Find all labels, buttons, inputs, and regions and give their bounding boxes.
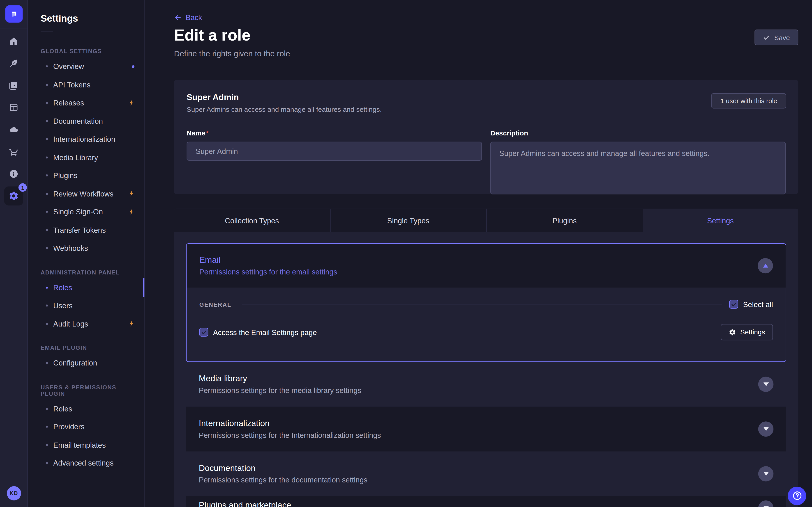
sidebar-item-single-sign-on[interactable]: Single Sign-On: [28, 203, 145, 221]
flash-icon: [128, 209, 135, 215]
sidebar-item-plugins[interactable]: Plugins: [28, 167, 145, 185]
tab-collection-types[interactable]: Collection Types: [174, 209, 330, 232]
check-icon: [763, 34, 770, 41]
notification-badge: 1: [18, 183, 27, 192]
sidebar-item-webhooks[interactable]: Webhooks: [28, 239, 145, 257]
flash-icon: [128, 209, 135, 215]
sidebar-item-audit-logs[interactable]: Audit Logs: [28, 315, 145, 333]
name-field-group: Name*: [187, 128, 482, 196]
collapse-accordion-button[interactable]: [758, 258, 773, 273]
access-email-settings-checkbox[interactable]: [199, 328, 208, 337]
home-icon[interactable]: [0, 30, 28, 52]
sidebar-item-label: Audit Logs: [53, 320, 88, 328]
role-description-text: Super Admins can access and manage all f…: [187, 105, 786, 113]
back-link[interactable]: Back: [174, 13, 202, 21]
sidebar-title-divider: [41, 32, 53, 32]
back-arrow-icon: [174, 13, 182, 21]
sidebar-item-roles[interactable]: Roles: [28, 278, 145, 296]
email-accordion-header[interactable]: Email Permissions settings for the email…: [187, 244, 786, 287]
sidebar-item-transfer-tokens[interactable]: Transfer Tokens: [28, 221, 145, 239]
expand-accordion-button[interactable]: [758, 466, 774, 482]
avatar[interactable]: KD: [6, 486, 21, 500]
tab-label: Collection Types: [225, 216, 279, 225]
permissions-accordion-documentation[interactable]: DocumentationPermissions settings for th…: [186, 451, 786, 496]
help-button[interactable]: [788, 487, 806, 505]
bullet-dot-icon: [46, 120, 48, 122]
expand-accordion-button[interactable]: [758, 377, 774, 392]
bullet-dot-icon: [46, 408, 48, 410]
sidebar-item-review-workflows[interactable]: Review Workflows: [28, 184, 145, 203]
check-icon: [201, 329, 207, 335]
page-subtitle: Define the rights given to the role: [174, 49, 290, 58]
sidebar-item-email-templates[interactable]: Email templates: [28, 436, 145, 454]
permissions-accordion-plugins-and-marketplace[interactable]: Plugins and marketplace: [186, 496, 786, 507]
access-email-settings-label[interactable]: Access the Email Settings page: [213, 328, 317, 336]
tab-single-types[interactable]: Single Types: [330, 209, 486, 232]
content-type-builder-icon[interactable]: [0, 97, 28, 118]
select-all-checkbox[interactable]: [729, 300, 738, 309]
expand-accordion-button[interactable]: [758, 501, 774, 507]
sidebar-item-configuration[interactable]: Configuration: [28, 354, 145, 372]
expand-accordion-button[interactable]: [758, 421, 774, 437]
sidebar-item-internationalization[interactable]: Internationalization: [28, 130, 145, 148]
name-field-label: Name*: [187, 129, 209, 137]
tab-label: Single Types: [387, 216, 429, 225]
sidebar-section-label: USERS & PERMISSIONS PLUGIN: [41, 384, 132, 396]
strapi-admin-app: 1 KD Settings GLOBAL SETTINGSOverviewAPI…: [0, 0, 812, 507]
strapi-logo[interactable]: [5, 5, 22, 22]
sidebar-item-label: Configuration: [53, 359, 97, 367]
sidebar-item-providers[interactable]: Providers: [28, 418, 145, 436]
tab-settings[interactable]: Settings: [642, 209, 798, 232]
email-settings-button-label: Settings: [740, 328, 765, 336]
save-button[interactable]: Save: [755, 30, 798, 45]
sidebar-item-label: Review Workflows: [53, 189, 113, 198]
sidebar-section-label: ADMINISTRATION PANEL: [41, 269, 132, 275]
description-field-group: Description Super Admins can access and …: [490, 128, 785, 196]
group-divider-line: [242, 304, 722, 304]
users-with-role-button[interactable]: 1 user with this role: [711, 93, 786, 109]
media-library-icon[interactable]: [0, 74, 28, 97]
active-nav-highlight: 1: [4, 186, 23, 206]
bullet-dot-icon: [46, 305, 48, 307]
permissions-accordion-media-library[interactable]: Media libraryPermissions settings for th…: [186, 362, 786, 407]
sidebar-item-documentation[interactable]: Documentation: [28, 112, 145, 130]
settings-sidebar: Settings GLOBAL SETTINGSOverviewAPI Toke…: [28, 0, 145, 507]
sidebar-item-label: Users: [53, 301, 72, 310]
sidebar-item-roles[interactable]: Roles: [28, 399, 145, 418]
sidebar-item-advanced-settings[interactable]: Advanced settings: [28, 454, 145, 472]
tab-plugins[interactable]: Plugins: [486, 209, 642, 232]
deploy-cloud-icon[interactable]: [0, 118, 28, 140]
sidebar-item-label: Webhooks: [53, 244, 88, 252]
description-textarea[interactable]: Super Admins can access and manage all f…: [490, 142, 785, 194]
sidebar-item-label: Single Sign-On: [53, 208, 103, 216]
flash-icon: [128, 190, 135, 197]
sidebar-item-media-library[interactable]: Media Library: [28, 148, 145, 167]
sidebar-item-api-tokens[interactable]: API Tokens: [28, 75, 145, 94]
chevron-down-icon: [763, 427, 768, 431]
select-all-label[interactable]: Select all: [743, 300, 773, 308]
email-settings-button[interactable]: Settings: [721, 324, 773, 340]
flash-icon: [128, 190, 135, 197]
sidebar-item-users[interactable]: Users: [28, 296, 145, 315]
chevron-down-icon: [763, 472, 768, 476]
sidebar-item-releases[interactable]: Releases: [28, 94, 145, 112]
settings-icon[interactable]: 1: [0, 185, 28, 207]
sidebar-item-label: Transfer Tokens: [53, 226, 106, 234]
name-input[interactable]: [187, 142, 482, 161]
content-manager-icon[interactable]: [0, 52, 28, 74]
accordion-title: Plugins and marketplace: [199, 501, 291, 507]
email-accordion-title: Email: [199, 256, 337, 265]
permissions-accordion-internationalization[interactable]: InternationalizationPermissions settings…: [186, 407, 786, 452]
role-info-card: Super Admin Super Admins can access and …: [174, 80, 798, 194]
sidebar-item-label: Releases: [53, 99, 84, 107]
required-asterisk: *: [206, 129, 209, 137]
info-icon[interactable]: [0, 163, 28, 185]
marketplace-icon[interactable]: [0, 140, 28, 163]
bullet-dot-icon: [46, 193, 48, 195]
sidebar-item-label: API Tokens: [53, 80, 91, 89]
sidebar-item-overview[interactable]: Overview: [28, 57, 145, 76]
sidebar-item-label: Roles: [53, 404, 72, 413]
save-label: Save: [774, 33, 790, 41]
sidebar-section-label: GLOBAL SETTINGS: [41, 48, 132, 54]
bullet-dot-icon: [46, 83, 48, 86]
